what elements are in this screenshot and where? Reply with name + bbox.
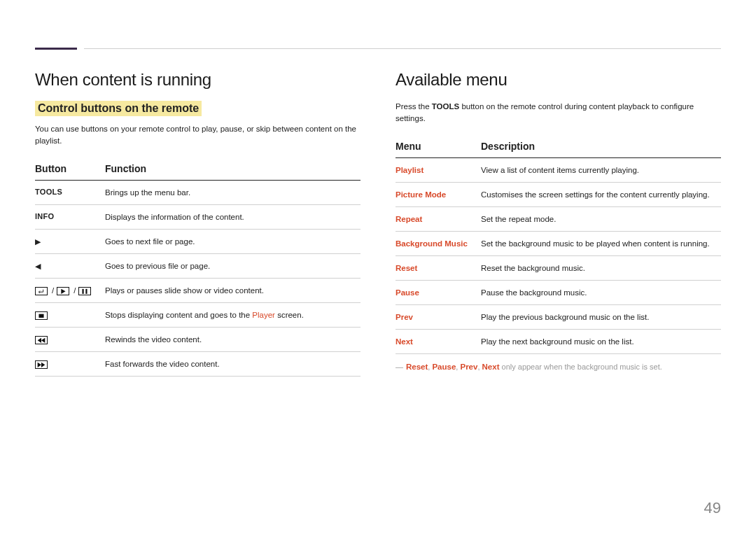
desc-repeat: Set the repeat mode. (481, 206, 721, 231)
footnote-prev: Prev (460, 363, 477, 371)
function-next: Goes to next file or page. (105, 229, 360, 253)
table-row: ▶ Goes to next file or page. (35, 229, 360, 253)
button-play-pause-group: / / (35, 278, 105, 302)
menu-pause: Pause (396, 280, 481, 304)
menu-prev: Prev (396, 305, 481, 330)
rewind-boxed-icon (35, 336, 48, 344)
button-left-arrow: ◀ (35, 253, 105, 278)
footnote-reset: Reset (406, 363, 428, 371)
table-row: INFO Displays the information of the con… (35, 204, 360, 229)
svg-rect-0 (83, 289, 84, 294)
table-row: Rewinds the video content. (35, 328, 360, 352)
desc-pause: Pause the background music. (481, 280, 721, 304)
desc-prev: Play the previous background music on th… (481, 305, 721, 330)
function-stop-pre: Stops displaying content and goes to the (105, 311, 252, 319)
footnote-next: Next (482, 363, 500, 371)
function-tools: Brings up the menu bar. (105, 180, 360, 204)
table-row: Fast forwards the video content. (35, 352, 360, 377)
heading-when-content-running: When content is running (35, 70, 360, 90)
menu-background-music: Background Music (396, 231, 481, 255)
desc-playlist: View a list of content items currently p… (481, 157, 721, 182)
button-stop (35, 302, 105, 327)
intro-right-bold: TOOLS (432, 102, 459, 111)
button-info: INFO (35, 204, 105, 229)
table-row: Repeat Set the repeat mode. (396, 206, 721, 231)
play-triangle-right-icon: ▶ (35, 237, 41, 246)
fast-forward-boxed-icon (35, 360, 48, 369)
player-link: Player (252, 311, 275, 319)
table-row: Playlist View a list of content items cu… (396, 157, 721, 182)
intro-right: Press the TOOLS button on the remote con… (396, 101, 721, 125)
menu-picture-mode: Picture Mode (396, 182, 481, 206)
intro-left: You can use buttons on your remote contr… (35, 123, 360, 148)
heading-available-menu: Available menu (396, 70, 721, 90)
page-number: 49 (704, 499, 721, 517)
col-header-menu: Menu (396, 135, 481, 158)
table-row: Prev Play the previous background music … (396, 305, 721, 330)
desc-next: Play the next background music on the li… (481, 330, 721, 354)
right-column: Available menu Press the TOOLS button on… (396, 42, 721, 381)
function-playpause: Plays or pauses slide show or video cont… (105, 278, 360, 302)
play-triangle-left-icon: ◀ (35, 262, 41, 270)
subheading-control-buttons: Control buttons on the remote (35, 101, 202, 116)
table-row: ◀ Goes to previous file or page. (35, 253, 360, 278)
function-stop-post: screen. (275, 311, 304, 319)
function-stop: Stops displaying content and goes to the… (105, 302, 360, 327)
button-right-arrow: ▶ (35, 229, 105, 253)
play-boxed-icon (57, 287, 69, 295)
desc-background-music: Set the background music to be played wh… (481, 231, 721, 255)
pause-boxed-icon (78, 287, 91, 295)
button-rewind (35, 328, 105, 352)
enter-icon (35, 287, 48, 295)
table-row: Background Music Set the background musi… (396, 231, 721, 255)
table-row: Picture Mode Customises the screen setti… (396, 182, 721, 206)
page-body: When content is running Control buttons … (0, 0, 756, 381)
col-header-description: Description (481, 135, 721, 158)
col-header-button: Button (35, 157, 105, 181)
menu-repeat: Repeat (396, 206, 481, 231)
footnote-dash: ― (396, 363, 403, 371)
footnote-bg-music: ―Reset, Pause, Prev, Next only appear wh… (396, 361, 721, 373)
footnote-rest: only appear when the background music is… (499, 363, 662, 371)
col-header-function: Function (105, 157, 360, 181)
menu-reset: Reset (396, 255, 481, 280)
table-row: / / Plays or pauses slide show or video … (35, 278, 360, 302)
desc-reset: Reset the background music. (481, 255, 721, 280)
left-column: When content is running Control buttons … (35, 42, 360, 381)
function-prev: Goes to previous file or page. (105, 253, 360, 278)
menu-table: Menu Description Playlist View a list of… (396, 135, 721, 355)
table-row: TOOLS Brings up the menu bar. (35, 180, 360, 204)
desc-picture-mode: Customises the screen settings for the c… (481, 182, 721, 206)
table-row: Reset Reset the background music. (396, 255, 721, 280)
function-ffw: Fast forwards the video content. (105, 352, 360, 377)
separator: / (52, 286, 54, 295)
stop-boxed-icon (35, 311, 48, 320)
header-accent-bar (35, 48, 77, 50)
svg-rect-1 (86, 289, 88, 294)
function-info: Displays the information of the content. (105, 204, 360, 229)
menu-playlist: Playlist (396, 157, 481, 182)
buttons-table: Button Function TOOLS Brings up the menu… (35, 157, 360, 377)
menu-next: Next (396, 330, 481, 354)
table-row: Next Play the next background music on t… (396, 330, 721, 354)
table-row: Stops displaying content and goes to the… (35, 302, 360, 327)
svg-rect-2 (38, 314, 43, 318)
footnote-pause: Pause (432, 363, 456, 371)
button-tools: TOOLS (35, 180, 105, 204)
function-rewind: Rewinds the video content. (105, 328, 360, 352)
intro-right-pre: Press the (396, 102, 432, 111)
separator: / (74, 286, 76, 295)
button-fast-forward (35, 352, 105, 377)
table-row: Pause Pause the background music. (396, 280, 721, 304)
header-rule (84, 48, 721, 49)
